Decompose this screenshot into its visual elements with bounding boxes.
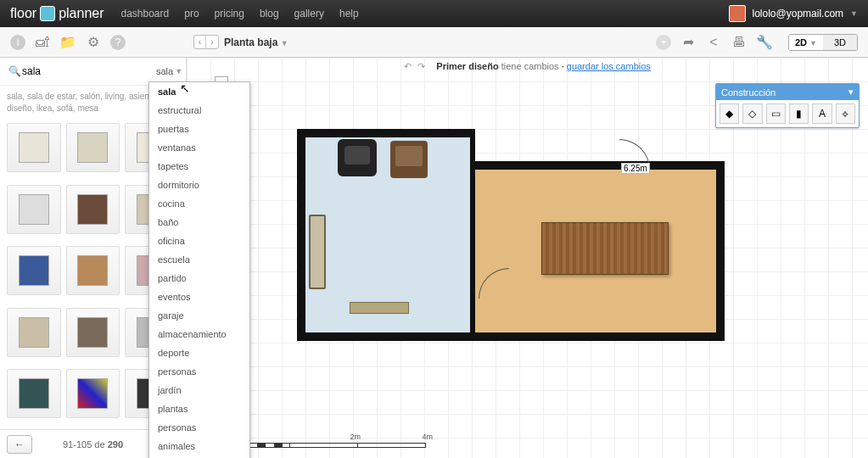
- search-icon: 🔍: [8, 65, 21, 77]
- sidebar: 🔍 sala ▼ sala, sala de estar, salón, liv…: [0, 58, 187, 458]
- furniture-thumb[interactable]: [66, 123, 120, 172]
- furniture-thumb[interactable]: [66, 308, 120, 357]
- furniture-thumb[interactable]: [7, 246, 61, 295]
- furniture-armchair[interactable]: [338, 139, 377, 176]
- logo-icon: [40, 6, 55, 21]
- print-icon[interactable]: 🖶: [731, 34, 748, 51]
- furniture-thumb[interactable]: [7, 369, 61, 418]
- logo-text-1: floor: [10, 6, 36, 21]
- floor-nav: ‹ › Planta baja ▼: [193, 35, 288, 49]
- wrench-icon[interactable]: 🔧: [756, 34, 773, 51]
- canvas[interactable]: ↶ ↷ Primer diseño tiene cambios · guarda…: [187, 58, 868, 458]
- floor-switcher: ‹ ›: [193, 35, 219, 49]
- dropdown-item[interactable]: animales: [149, 437, 249, 455]
- chevron-down-icon: ▼: [281, 39, 288, 47]
- dropdown-item[interactable]: estructural: [149, 101, 249, 120]
- pager-prev[interactable]: ←: [7, 435, 32, 454]
- save-link[interactable]: guardar los cambios: [567, 61, 651, 71]
- nav-gallery[interactable]: gallery: [294, 8, 324, 20]
- nav-links: dashboard pro pricing blog gallery help: [121, 8, 359, 20]
- dropdown-item[interactable]: oficina: [149, 232, 249, 250]
- dropdown-item[interactable]: puertas: [149, 120, 249, 138]
- help-icon[interactable]: ?: [110, 35, 126, 50]
- furniture-thumb[interactable]: [7, 185, 61, 234]
- furniture-thumb[interactable]: [7, 123, 61, 172]
- tool-text[interactable]: A: [812, 103, 832, 124]
- dropdown-item[interactable]: ventanas: [149, 138, 249, 157]
- floor-next[interactable]: ›: [206, 36, 218, 48]
- furniture-chair[interactable]: [390, 141, 428, 178]
- search-input[interactable]: [7, 63, 153, 80]
- dropdown-item[interactable]: cocina: [149, 194, 249, 213]
- settings-icon[interactable]: ⚙: [85, 34, 102, 51]
- category-dropdown: sala estructural puertas ventanas tapete…: [148, 81, 250, 458]
- floor-name-label: Planta baja: [224, 36, 277, 48]
- pager-text: 91-105 de 290: [63, 439, 123, 450]
- furniture-thumb[interactable]: [7, 308, 61, 357]
- view-2d-button[interactable]: 2D ▼: [789, 35, 823, 50]
- view-toggle: 2D ▼ 3D: [788, 34, 858, 51]
- furniture-thumb[interactable]: [66, 369, 120, 418]
- ruler: 0m 2m 4m: [239, 441, 434, 450]
- category-selector[interactable]: sala ▼: [156, 66, 182, 76]
- logo[interactable]: floor planner: [10, 6, 104, 21]
- nav-pricing[interactable]: pricing: [215, 8, 244, 20]
- dimension-label: 6.25m: [621, 163, 650, 174]
- construction-palette[interactable]: Construcción ▾ ◆ ◇ ▭ ▮ A ⟡: [715, 83, 860, 128]
- tool-wall[interactable]: ▭: [766, 103, 786, 124]
- main: 🔍 sala ▼ sala, sala de estar, salón, liv…: [0, 58, 868, 458]
- dropdown-item[interactable]: baño: [149, 213, 249, 232]
- category-label: sala: [156, 66, 173, 76]
- toolbar-left: i 🛋 📁 ⚙ ?: [10, 34, 180, 51]
- dropdown-item[interactable]: dormitorio: [149, 176, 249, 194]
- tool-floor[interactable]: ◇: [742, 103, 762, 124]
- dropdown-item[interactable]: partido: [149, 269, 249, 288]
- palette-header[interactable]: Construcción ▾: [716, 84, 859, 100]
- dropdown-item[interactable]: escuela: [149, 250, 249, 269]
- ruler-tick: 4m: [422, 433, 433, 441]
- dropdown-item[interactable]: eventos: [149, 288, 249, 306]
- info-icon[interactable]: i: [10, 35, 25, 50]
- palette-body: ◆ ◇ ▭ ▮ A ⟡: [716, 100, 859, 127]
- share-icon[interactable]: <: [705, 34, 722, 51]
- palette-title: Construcción: [721, 87, 776, 98]
- logo-text-2: planner: [59, 6, 104, 21]
- chevron-down-icon: ▾: [848, 87, 854, 98]
- tool-room[interactable]: ◆: [720, 103, 739, 124]
- user-email: lololo@yopmail.com: [753, 8, 844, 20]
- furniture-icon[interactable]: 🛋: [34, 34, 51, 51]
- folder-icon[interactable]: 📁: [59, 34, 76, 51]
- dropdown-item[interactable]: sala: [149, 82, 249, 101]
- user-menu[interactable]: lololo@yopmail.com ▼: [729, 5, 858, 22]
- dropdown-item[interactable]: deporte: [149, 344, 249, 362]
- furniture-table[interactable]: [541, 222, 669, 275]
- dropdown-item[interactable]: tapetes: [149, 157, 249, 176]
- changes-label: tiene cambios: [501, 61, 559, 71]
- dropdown-item[interactable]: plantas: [149, 399, 249, 418]
- nav-blog[interactable]: blog: [260, 8, 279, 20]
- floor-name[interactable]: Planta baja ▼: [224, 36, 288, 48]
- dropdown-item[interactable]: almacenamiento: [149, 325, 249, 344]
- view-3d-button[interactable]: 3D: [823, 35, 857, 50]
- toolbar-right: + ➦ < 🖶 🔧 2D ▼ 3D: [656, 34, 858, 51]
- undo-redo-icons[interactable]: ↶ ↷: [404, 61, 427, 71]
- export-icon[interactable]: ➦: [680, 34, 697, 51]
- chevron-down-icon: ▼: [175, 67, 182, 75]
- design-name: Primer diseño: [436, 61, 498, 71]
- furniture-rug[interactable]: [350, 302, 409, 314]
- furniture-thumb[interactable]: [66, 246, 120, 295]
- dropdown-item[interactable]: garaje: [149, 306, 249, 325]
- tool-dimension[interactable]: ⟡: [836, 103, 855, 124]
- dropdown-item[interactable]: personas: [149, 362, 249, 381]
- nav-pro[interactable]: pro: [184, 8, 199, 20]
- nav-dashboard[interactable]: dashboard: [121, 8, 170, 20]
- status-row: ↶ ↷ Primer diseño tiene cambios · guarda…: [187, 61, 868, 72]
- tool-door[interactable]: ▮: [789, 103, 809, 124]
- add-icon[interactable]: +: [656, 35, 671, 50]
- furniture-thumb[interactable]: [66, 185, 120, 234]
- dropdown-item[interactable]: personas: [149, 418, 249, 437]
- dropdown-item[interactable]: jardín: [149, 381, 249, 399]
- floor-prev[interactable]: ‹: [194, 36, 206, 48]
- furniture-sofa[interactable]: [309, 215, 326, 289]
- nav-help[interactable]: help: [339, 8, 359, 20]
